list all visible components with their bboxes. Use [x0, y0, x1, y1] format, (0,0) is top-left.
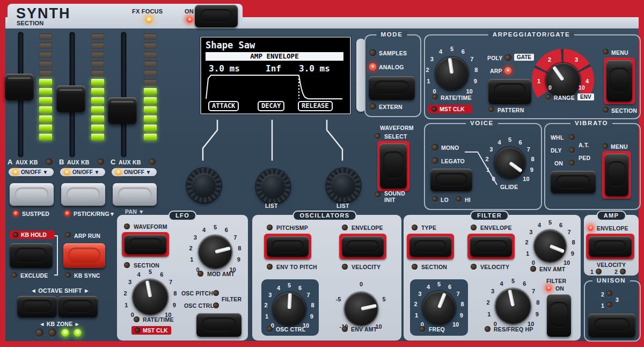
knob-pointer: [552, 66, 565, 81]
osc-envelope-led: [342, 225, 348, 230]
channel-b-aux-led: [97, 158, 104, 165]
voice-mode-button[interactable]: [430, 169, 472, 191]
mode-button[interactable]: [369, 76, 415, 100]
lfo-waveform-led: [124, 223, 130, 229]
display-encoder-2[interactable]: [256, 169, 290, 204]
filter-on-button[interactable]: [547, 294, 571, 337]
knob-tick-label: 8: [173, 290, 177, 297]
filter-res-label: RES/FREQ HP: [494, 326, 533, 332]
channel-c-onoff-label: ON/OFF ▼: [124, 169, 151, 175]
channel-a-letter: A: [8, 158, 13, 166]
knob-tick-label: 7: [568, 229, 571, 235]
display-encoder-3[interactable]: [326, 168, 361, 203]
arp-menu-led: [603, 49, 609, 55]
attack-value: 3.0 ms: [209, 63, 240, 74]
fader-b-handle[interactable]: [56, 85, 85, 112]
channel-c-button[interactable]: [113, 183, 157, 206]
meter-segment: [144, 134, 157, 140]
meter-segment: [144, 106, 157, 113]
arp-mode-button[interactable]: [488, 79, 531, 104]
arp-arp-label: ARP: [490, 68, 502, 74]
arp-run-label: ARP RUN: [74, 233, 100, 239]
kb-zone-led-2: [48, 329, 56, 337]
filter-on-led: [546, 285, 552, 291]
meter-segment: [39, 61, 52, 67]
level-meter-b: [91, 33, 104, 140]
osc-pitch-smp-label: PITCH/SMP: [276, 225, 308, 231]
filter-envelope-button-frame: [467, 234, 515, 259]
arp-menu-label: MENU: [611, 49, 628, 56]
mode-extern-led: [369, 103, 376, 110]
osc-ctrl-led: [267, 326, 273, 332]
unison-button[interactable]: [588, 314, 635, 337]
knob-tick-label: 3: [491, 288, 494, 294]
meter-segment: [39, 42, 52, 49]
amp-envelope-button[interactable]: [589, 236, 632, 257]
amp-velocity-2-led: [620, 269, 626, 274]
arp-rate-time-label: RATE/TIME: [441, 95, 472, 101]
waveform-select-button[interactable]: [380, 143, 407, 189]
mode-samples-label: SAMPLES: [379, 50, 407, 56]
channel-b-onoff-led: [64, 169, 70, 175]
meter-segment: [39, 134, 52, 140]
meter-segment: [91, 125, 104, 131]
vibrato-select-button[interactable]: [551, 171, 596, 193]
knob-tick-label: 1: [486, 167, 489, 173]
fader-c-handle[interactable]: [108, 97, 137, 124]
vibrato-section-button[interactable]: [605, 154, 628, 196]
octave-shift-up-button[interactable]: [58, 296, 98, 317]
knob-body: [273, 292, 306, 326]
filter-section-led: [412, 264, 418, 270]
encoder-3-list-label: LIST: [336, 203, 349, 209]
channel-a-button[interactable]: [10, 183, 54, 206]
lfo-waveform-button[interactable]: [125, 235, 166, 254]
page-subtitle: SECTION: [17, 20, 43, 26]
kb-hold-button[interactable]: [10, 243, 53, 268]
amp-velocity-1-led: [596, 269, 602, 274]
knob-tick-label: 7: [169, 279, 172, 285]
fader-a-handle[interactable]: [5, 74, 34, 100]
unison-1-label: 1: [601, 302, 604, 309]
arp-range-label: RANGE: [554, 95, 575, 101]
section-on-button[interactable]: [195, 5, 238, 27]
filter-velocity-label: VELOCITY: [480, 264, 509, 270]
arp-section-led: [603, 107, 609, 113]
arp-run-button[interactable]: [63, 243, 105, 268]
arp-env-tag: ENV: [577, 93, 594, 100]
level-meter-a: [39, 33, 52, 140]
channel-b-button[interactable]: [61, 183, 105, 206]
filter-type-button[interactable]: [409, 236, 451, 257]
channel-c-onoff-pill: ON/OFF ▼: [112, 168, 157, 176]
unison-3-label: 3: [616, 297, 619, 303]
knob-tick-label: 0: [360, 281, 363, 287]
kb-hold-label: KB HOLD: [21, 232, 47, 238]
knob-tick-label: 3: [268, 292, 272, 298]
meter-segment: [39, 97, 52, 104]
arp-range-knob[interactable]: [531, 48, 595, 112]
lfo-dest-button[interactable]: [196, 313, 241, 337]
arp-range-ten: 10: [579, 84, 585, 91]
osc-envelope-button[interactable]: [342, 236, 384, 257]
meter-segment: [91, 88, 104, 95]
amp-velocity-label: VELOCITY: [597, 262, 626, 268]
lfo-rate-time-label: RATE/TIME: [143, 316, 174, 323]
sound-init-led: [375, 192, 380, 198]
display-encoder-1[interactable]: [187, 168, 221, 203]
knob-tick-label: 9: [474, 78, 477, 84]
arp-mst-clk-led: [431, 106, 437, 112]
arp-section-button[interactable]: [606, 60, 632, 102]
mode-samples-led: [369, 49, 376, 56]
filter-envelope-button[interactable]: [470, 236, 512, 257]
octave-shift-down-button[interactable]: [17, 296, 57, 317]
osc-pitch-button[interactable]: [267, 236, 309, 257]
knob-tick-label: 2: [189, 245, 193, 251]
lfo-mod-amt-led: [197, 271, 203, 277]
lfo-filter-label: FILTER: [222, 296, 241, 302]
waveform-select-led: [375, 133, 380, 139]
exclude-label: EXCLUDE: [20, 272, 48, 279]
octave-shift-label: ◄ OCTAVE SHIFT ►: [31, 287, 90, 294]
knob-tick-label: 1: [190, 256, 193, 263]
waveform-select-button-frame: [377, 141, 409, 191]
voice-hi-led: [456, 196, 462, 202]
channel-b-onoff-label: ON/OFF ▼: [72, 169, 99, 175]
